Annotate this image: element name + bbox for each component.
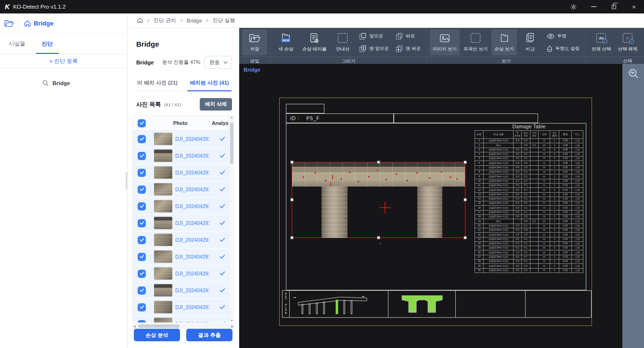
- selection-handle[interactable]: [290, 236, 294, 239]
- photo-name-link[interactable]: DJI_20240429155: [175, 186, 209, 192]
- photo-row[interactable]: DJI_20240429155: [133, 164, 234, 181]
- photo-row[interactable]: DJI_20240429155: [133, 316, 234, 323]
- center-crosshair-icon: [379, 202, 391, 213]
- guide-line-button[interactable]: 안내선: [330, 29, 355, 55]
- damage-row: 27균열(0.3mm 미만)0.30.7m10.70신규: [475, 255, 583, 259]
- row-checkbox[interactable]: [138, 169, 146, 177]
- key-plan-empty-cell: [526, 291, 591, 317]
- selection-handle[interactable]: [290, 161, 294, 164]
- photo-thumbnail: [154, 301, 172, 313]
- photo-row[interactable]: DJI_20240429155: [133, 265, 234, 282]
- sidebar-tab-facility[interactable]: 시설물: [7, 34, 27, 54]
- delete-button[interactable]: 삭제: [641, 29, 644, 55]
- photo-name-link[interactable]: DJI_20240429155: [175, 271, 209, 276]
- row-checkbox[interactable]: [138, 270, 146, 278]
- photo-name-link[interactable]: DJI_20240429155: [175, 254, 209, 260]
- damage-row: 23균열(0.3mm 미만)0.30.1m10.10신규: [475, 237, 583, 241]
- horizontal-scrollbar[interactable]: ◀▶: [132, 323, 234, 329]
- photo-name-link[interactable]: DJI_20240429155: [175, 220, 209, 226]
- photo-row[interactable]: DJI_20240429155: [133, 282, 234, 299]
- save-button[interactable]: 저장: [242, 29, 267, 55]
- row-checkbox[interactable]: [138, 286, 146, 295]
- photo-row[interactable]: DJI_20240429155: [133, 181, 234, 198]
- breadcrumb-item[interactable]: Bridge: [187, 18, 202, 24]
- photo-name-link[interactable]: DJI_20240429155: [175, 170, 209, 175]
- photo-name-link[interactable]: DJI_20240429155: [175, 287, 209, 293]
- zoom-magnifier-icon[interactable]: [628, 68, 639, 79]
- photo-name-link[interactable]: DJI_20240429155: [175, 203, 209, 209]
- damage-view-button[interactable]: 손상 보기: [491, 29, 517, 55]
- opacity-settings-button[interactable]: 투명도 설정: [547, 43, 580, 54]
- row-checkbox[interactable]: [138, 186, 146, 194]
- select-all-checkbox[interactable]: [138, 119, 146, 127]
- register-diagnosis-link[interactable]: + 진단 등록: [0, 54, 127, 68]
- search-input[interactable]: Bridge: [0, 80, 127, 86]
- row-checkbox[interactable]: [138, 236, 146, 244]
- photo-row[interactable]: DJI_20240429155: [133, 131, 234, 148]
- project-header[interactable]: Bridge: [19, 20, 53, 27]
- bring-forward-button[interactable]: 앞으로: [359, 31, 389, 41]
- breadcrumb-home-icon[interactable]: [137, 18, 143, 23]
- damage-table: Damage Table 번호손상 내용폭 (mm)길이 (m)너비 (m)단위…: [475, 124, 583, 273]
- scrollbar-thumb[interactable]: [230, 123, 233, 164]
- selection-handle[interactable]: [464, 236, 467, 239]
- selection-handle[interactable]: [464, 161, 467, 164]
- outline-view-button[interactable]: 외곽선 보기: [461, 29, 490, 55]
- damage-row: 12균열(0.3mm 미만)0.30.7m10.70신규: [475, 188, 583, 192]
- settings-gear-icon[interactable]: [563, 0, 583, 13]
- photo-row[interactable]: DJI_20240429155: [133, 215, 234, 232]
- deselect-button[interactable]: ✓× 선택 해제: [615, 29, 641, 55]
- tab-placed-photos[interactable]: 배치된 사진 (41): [189, 75, 230, 91]
- transparent-button[interactable]: 투명: [547, 31, 580, 41]
- new-damage-button[interactable]: NEW 새 손상: [273, 29, 298, 55]
- send-to-back-button[interactable]: 맨 뒤로: [396, 43, 421, 54]
- selection-handle[interactable]: [464, 198, 467, 201]
- row-checkbox[interactable]: [138, 202, 146, 211]
- photo-name-link[interactable]: DJI_20240429155: [175, 237, 209, 243]
- breadcrumb-separator: >: [147, 18, 150, 23]
- image-view-button[interactable]: 이미지 보기: [430, 29, 460, 55]
- bring-to-front-button[interactable]: 맨 앞으로: [359, 43, 389, 54]
- status-select[interactable]: 완료: [204, 56, 232, 69]
- row-checkbox[interactable]: [138, 253, 146, 261]
- delete-placement-button[interactable]: 배치 삭제: [200, 98, 232, 111]
- tab-unplaced-photos[interactable]: 미 배치 사진 (21): [136, 75, 179, 91]
- selection-handle[interactable]: [377, 236, 380, 239]
- photo-name-link[interactable]: DJI_20240429155: [175, 153, 209, 159]
- photo-row[interactable]: DJI_20240429155: [133, 148, 234, 164]
- compare-button[interactable]: 비교: [518, 29, 543, 55]
- restore-button[interactable]: [604, 0, 624, 13]
- row-checkbox[interactable]: [138, 320, 146, 323]
- damage-analysis-button[interactable]: 손상 분석: [134, 329, 180, 341]
- photo-row[interactable]: DJI_20240429155: [133, 299, 234, 316]
- photo-name-link[interactable]: DJI_20240429155: [175, 136, 209, 142]
- minimize-button[interactable]: [583, 0, 604, 13]
- drawing-canvas[interactable]: Bridge ID :P5_F Damage Table: [239, 64, 622, 348]
- breadcrumb-item[interactable]: 진단 관리: [154, 17, 176, 24]
- damage-view-icon: [500, 32, 509, 44]
- panel-title: Bridge: [136, 40, 232, 48]
- send-backward-button[interactable]: 뒤로: [396, 31, 421, 41]
- vertical-scrollbar[interactable]: ▲▼: [229, 116, 234, 323]
- selection-handle[interactable]: [377, 161, 380, 164]
- photo-selection-rect[interactable]: [292, 162, 465, 238]
- sidebar-tab-diagnosis[interactable]: 진단: [40, 34, 55, 54]
- photo-row[interactable]: DJI_20240429155: [133, 198, 234, 215]
- open-folder-icon[interactable]: [0, 20, 18, 27]
- row-checkbox[interactable]: [138, 152, 146, 160]
- photo-name-link[interactable]: DJI_20240429155: [175, 304, 209, 310]
- photo-row[interactable]: DJI_20240429155: [133, 232, 234, 249]
- select-all-button[interactable]: All✓ 전체 선택: [589, 29, 614, 55]
- scrollbar-thumb[interactable]: [138, 324, 180, 328]
- row-checkbox[interactable]: [138, 219, 146, 227]
- photo-name-link[interactable]: DJI_20240429155: [175, 321, 209, 323]
- breadcrumb-item[interactable]: 진단 실행: [212, 17, 235, 24]
- row-checkbox[interactable]: [138, 135, 146, 143]
- damage-row: 29균열(0.3mm 미만)0.30.3m10.30신규: [475, 264, 583, 268]
- selection-handle[interactable]: [290, 198, 294, 201]
- close-button[interactable]: ×: [624, 0, 644, 13]
- damage-table-button[interactable]: 손상 테이블: [299, 29, 329, 55]
- row-checkbox[interactable]: [138, 303, 146, 311]
- photo-row[interactable]: DJI_20240429155: [133, 249, 234, 265]
- extract-results-button[interactable]: 결과 추출: [186, 329, 232, 341]
